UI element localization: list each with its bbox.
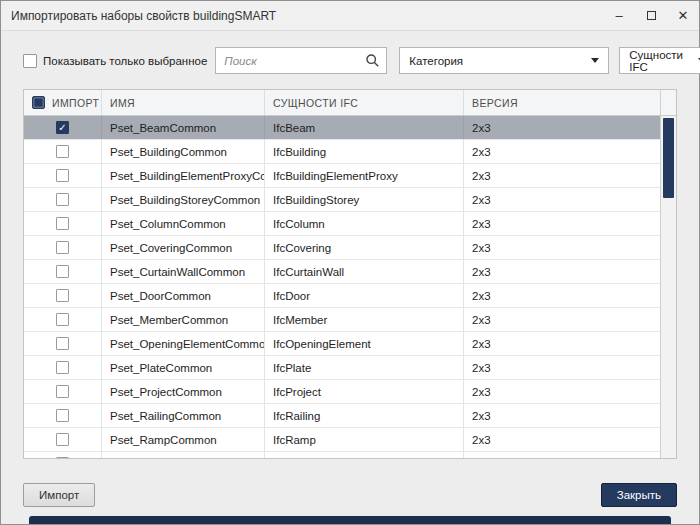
minimize-button[interactable]: –	[603, 1, 635, 30]
row-import-cell[interactable]	[24, 356, 102, 379]
row-import-cell[interactable]	[24, 380, 102, 403]
header-entities[interactable]: СУЩНОСТИ IFC	[265, 90, 464, 115]
table-row[interactable]: Pset_ColumnCommonIfcColumn2x3	[24, 212, 660, 236]
row-import-cell[interactable]	[24, 212, 102, 235]
ifc-entities-dropdown[interactable]: Сущности IFC	[619, 47, 700, 74]
row-entity: IfcPlate	[265, 356, 464, 379]
row-name: Pset_MemberCommon	[102, 308, 265, 331]
row-version: 2x3	[464, 164, 660, 187]
scrollbar-track[interactable]	[661, 116, 676, 458]
row-entity: IfcRamp	[265, 428, 464, 451]
header-import-label: ИМПОРТ	[52, 97, 99, 109]
row-import-cell[interactable]	[24, 428, 102, 451]
row-checkbox[interactable]	[56, 145, 69, 158]
row-import-cell[interactable]	[24, 332, 102, 355]
table-row-partial[interactable]	[24, 452, 660, 458]
maximize-button[interactable]	[635, 1, 667, 30]
row-checkbox[interactable]	[56, 385, 69, 398]
row-version	[464, 452, 660, 458]
row-import-cell[interactable]	[24, 260, 102, 283]
maximize-icon	[647, 11, 656, 20]
toolbar: Показывать только выбранное Категория Су…	[23, 47, 677, 74]
row-checkbox[interactable]	[56, 337, 69, 350]
row-checkbox[interactable]	[56, 313, 69, 326]
table-row[interactable]: Pset_RampCommonIfcRamp2x3	[24, 428, 660, 452]
table-row[interactable]: Pset_BuildingElementProxyCommonIfcBuildi…	[24, 164, 660, 188]
header-name[interactable]: ИМЯ	[102, 90, 265, 115]
background-window-strip	[29, 516, 671, 524]
row-import-cell[interactable]	[24, 452, 102, 458]
row-import-cell[interactable]	[24, 236, 102, 259]
window-title: Импортировать наборы свойств buildingSMA…	[11, 9, 276, 23]
row-name: Pset_BeamCommon	[102, 116, 265, 139]
row-entity: IfcCurtainWall	[265, 260, 464, 283]
row-checkbox[interactable]	[56, 241, 69, 254]
row-name: Pset_DoorCommon	[102, 284, 265, 307]
table-row[interactable]: Pset_CurtainWallCommonIfcCurtainWall2x3	[24, 260, 660, 284]
show-only-selected-checkbox[interactable]	[23, 54, 37, 68]
row-checkbox[interactable]	[56, 289, 69, 302]
row-version: 2x3	[464, 380, 660, 403]
close-window-button[interactable]: ✕	[667, 1, 699, 30]
show-only-selected-control[interactable]: Показывать только выбранное	[23, 54, 207, 68]
category-dropdown[interactable]: Категория	[399, 47, 609, 74]
scrollbar-header-spacer	[661, 90, 676, 116]
row-name	[102, 452, 265, 458]
row-entity	[265, 452, 464, 458]
row-checkbox[interactable]: ✓	[56, 121, 69, 134]
row-import-cell[interactable]	[24, 308, 102, 331]
table-row[interactable]: Pset_DoorCommonIfcDoor2x3	[24, 284, 660, 308]
search-input[interactable]	[215, 47, 387, 74]
row-entity: IfcBuilding	[265, 140, 464, 163]
scrollbar-thumb[interactable]	[663, 118, 674, 198]
row-import-cell[interactable]: ✓	[24, 116, 102, 139]
row-entity: IfcColumn	[265, 212, 464, 235]
row-name: Pset_RampCommon	[102, 428, 265, 451]
row-import-cell[interactable]	[24, 284, 102, 307]
table-row[interactable]: Pset_BuildingCommonIfcBuilding2x3	[24, 140, 660, 164]
row-entity: IfcCovering	[265, 236, 464, 259]
row-version: 2x3	[464, 356, 660, 379]
table-row[interactable]: Pset_MemberCommonIfcMember2x3	[24, 308, 660, 332]
row-checkbox[interactable]	[56, 265, 69, 278]
psets-table: ИМПОРТ ИМЯ СУЩНОСТИ IFC ВЕРСИЯ ✓Pset_Bea…	[23, 89, 677, 459]
row-checkbox[interactable]	[56, 193, 69, 206]
row-checkbox[interactable]	[56, 433, 69, 446]
row-checkbox[interactable]	[56, 361, 69, 374]
row-entity: IfcBuildingStorey	[265, 188, 464, 211]
row-version: 2x3	[464, 188, 660, 211]
row-import-cell[interactable]	[24, 404, 102, 427]
row-import-cell[interactable]	[24, 188, 102, 211]
category-dropdown-value: Категория	[409, 55, 463, 67]
select-all-checkbox[interactable]	[32, 96, 45, 109]
table-row[interactable]: Pset_ProjectCommonIfcProject2x3	[24, 380, 660, 404]
close-button[interactable]: Закрыть	[601, 483, 677, 507]
table-row[interactable]: Pset_CoveringCommonIfcCovering2x3	[24, 236, 660, 260]
row-checkbox[interactable]	[56, 457, 69, 458]
row-version: 2x3	[464, 212, 660, 235]
row-name: Pset_CoveringCommon	[102, 236, 265, 259]
table-row[interactable]: Pset_BuildingStoreyCommonIfcBuildingStor…	[24, 188, 660, 212]
row-name: Pset_OpeningElementCommon	[102, 332, 265, 355]
table-row[interactable]: ✓Pset_BeamCommonIfcBeam2x3	[24, 116, 660, 140]
row-import-cell[interactable]	[24, 140, 102, 163]
row-checkbox[interactable]	[56, 169, 69, 182]
titlebar[interactable]: Импортировать наборы свойств buildingSMA…	[1, 1, 699, 31]
footer: Импорт Закрыть	[23, 483, 677, 507]
row-version: 2x3	[464, 332, 660, 355]
table-row[interactable]: Pset_PlateCommonIfcPlate2x3	[24, 356, 660, 380]
window-controls: – ✕	[603, 1, 699, 30]
row-import-cell[interactable]	[24, 164, 102, 187]
row-checkbox[interactable]	[56, 217, 69, 230]
row-entity: IfcDoor	[265, 284, 464, 307]
table-row[interactable]: Pset_OpeningElementCommonIfcOpeningEleme…	[24, 332, 660, 356]
show-only-selected-label: Показывать только выбранное	[43, 55, 207, 67]
header-version[interactable]: ВЕРСИЯ	[464, 90, 660, 115]
import-button[interactable]: Импорт	[23, 483, 95, 507]
vertical-scrollbar[interactable]	[660, 90, 676, 458]
row-name: Pset_BuildingElementProxyCommon	[102, 164, 265, 187]
table-row[interactable]: Pset_RailingCommonIfcRailing2x3	[24, 404, 660, 428]
row-name: Pset_ProjectCommon	[102, 380, 265, 403]
row-entity: IfcBuildingElementProxy	[265, 164, 464, 187]
row-checkbox[interactable]	[56, 409, 69, 422]
